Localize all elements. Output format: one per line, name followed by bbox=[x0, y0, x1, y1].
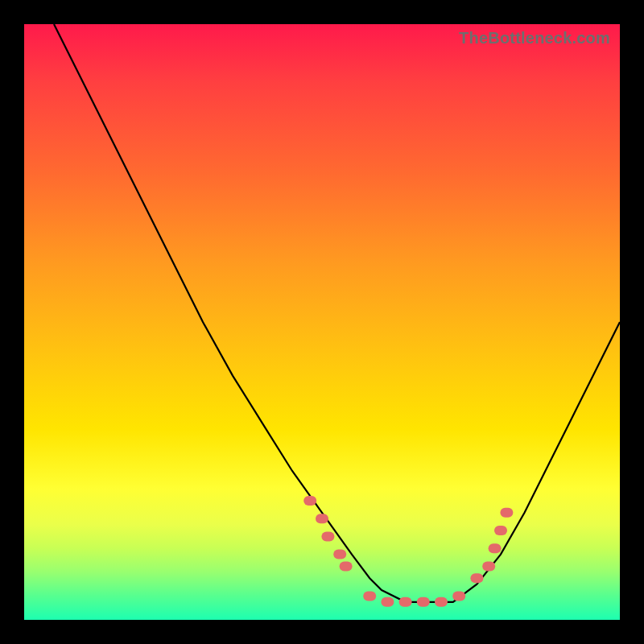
marker-dot bbox=[494, 526, 507, 535]
chart-frame: TheBottleneck.com bbox=[0, 0, 644, 644]
marker-dot bbox=[321, 531, 334, 541]
marker-dot bbox=[452, 591, 465, 601]
marker-dot bbox=[482, 561, 495, 571]
plot-area: TheBottleneck.com bbox=[24, 24, 620, 620]
marker-dot bbox=[303, 496, 316, 506]
marker-dot bbox=[363, 591, 376, 601]
marker-dot bbox=[381, 597, 394, 607]
curve-layer bbox=[24, 24, 620, 620]
marker-dot bbox=[333, 550, 346, 559]
marker-dot bbox=[340, 561, 353, 571]
bottleneck-curve bbox=[54, 24, 620, 602]
marker-dot bbox=[489, 543, 502, 553]
marker-dot bbox=[399, 597, 412, 607]
marker-dot bbox=[316, 514, 328, 523]
marker-dot bbox=[435, 597, 448, 607]
marker-dot bbox=[500, 508, 513, 518]
marker-dot bbox=[417, 597, 430, 607]
marker-group bbox=[303, 496, 513, 607]
marker-dot bbox=[470, 573, 483, 583]
